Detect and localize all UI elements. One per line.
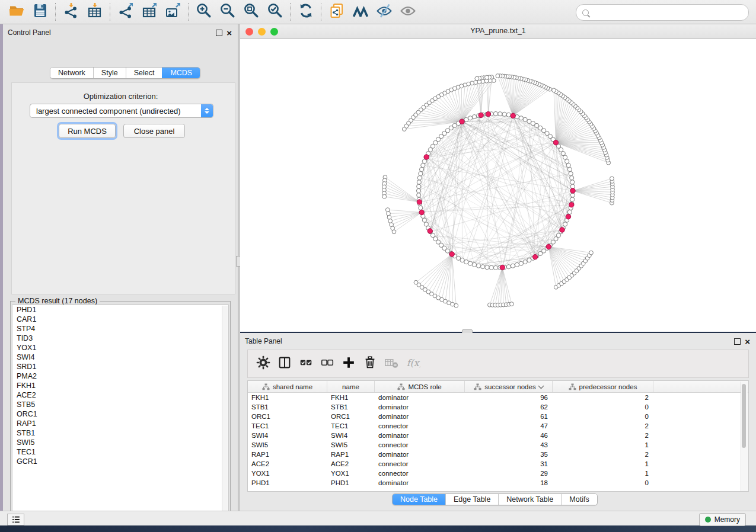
zoom-selected-button[interactable] [263, 2, 287, 22]
export-table-button[interactable] [138, 2, 161, 22]
cell-successor-nodes[interactable]: 46 [465, 432, 553, 439]
column-header-shared-name[interactable]: shared name [248, 381, 327, 392]
cell-successor-nodes[interactable]: 18 [465, 479, 553, 486]
cell-successor-nodes[interactable]: 35 [465, 451, 553, 458]
refresh-view-button[interactable] [294, 2, 318, 22]
cell-predecessor-nodes[interactable]: 0 [553, 413, 653, 420]
table-scrollbar[interactable] [741, 382, 748, 492]
close-panel-button[interactable]: × [227, 30, 232, 36]
cell-successor-nodes[interactable]: 61 [465, 413, 553, 420]
cell-predecessor-nodes[interactable]: 2 [553, 432, 653, 439]
cell-predecessor-nodes[interactable]: 2 [553, 394, 653, 401]
first-neighbors-button[interactable] [349, 2, 372, 22]
tab-mcds[interactable]: MCDS [162, 68, 200, 78]
table-row[interactable]: ORC1ORC1dominator610 [248, 412, 748, 421]
cell-predecessor-nodes[interactable]: 2 [553, 451, 653, 458]
run-mcds-button[interactable]: Run MCDS [59, 124, 116, 138]
cell-MCDS-role[interactable]: dominator [375, 403, 465, 411]
export-image-button[interactable] [161, 2, 185, 22]
save-session-button[interactable] [28, 2, 52, 22]
mcds-result-item[interactable]: ORC1 [12, 409, 228, 419]
table-row[interactable]: STB1STB1dominator620 [248, 402, 748, 412]
table-settings-button[interactable] [253, 353, 274, 374]
cell-successor-nodes[interactable]: 62 [465, 403, 553, 411]
table-row[interactable]: SWI4SWI4dominator462 [248, 431, 748, 440]
float-table-panel-button[interactable] [734, 338, 741, 345]
zoom-fit-button[interactable] [240, 2, 263, 22]
zoom-out-button[interactable] [216, 2, 240, 22]
table-row[interactable]: TEC1TEC1connector472 [248, 421, 748, 431]
cell-name[interactable]: RAP1 [327, 451, 375, 458]
column-header-successor-nodes[interactable]: successor nodes [465, 381, 553, 392]
select-all-rows-button[interactable] [295, 353, 317, 374]
mcds-result-item[interactable]: STP4 [12, 324, 228, 334]
cell-MCDS-role[interactable]: connector [375, 460, 465, 467]
toggle-columns-button[interactable] [274, 353, 295, 374]
column-header-predecessor-nodes[interactable]: predecessor nodes [553, 381, 653, 392]
cell-shared-name[interactable]: SWI4 [248, 432, 327, 439]
cell-name[interactable]: PHD1 [327, 479, 375, 486]
mcds-result-item[interactable]: TEC1 [12, 447, 228, 457]
cell-successor-nodes[interactable]: 43 [465, 441, 553, 448]
mcds-result-item[interactable]: CAR1 [12, 315, 228, 324]
column-header-name[interactable]: name [327, 381, 375, 392]
optimization-criterion-select[interactable]: largest connected component (undirected) [30, 104, 213, 118]
table-tab-node-table[interactable]: Node Table [393, 494, 445, 505]
tab-select[interactable]: Select [126, 68, 162, 78]
cell-name[interactable]: SWI4 [327, 432, 375, 439]
cell-name[interactable]: STB1 [327, 403, 375, 411]
cell-successor-nodes[interactable]: 31 [465, 460, 553, 467]
cell-shared-name[interactable]: ACE2 [248, 460, 327, 467]
mcds-result-item[interactable]: ACE2 [12, 390, 228, 400]
cell-name[interactable]: ORC1 [327, 413, 375, 420]
memory-button[interactable]: Memory [699, 513, 746, 526]
cell-name[interactable]: FKH1 [327, 394, 375, 401]
cell-MCDS-role[interactable]: dominator [375, 432, 465, 439]
export-network-button[interactable] [114, 2, 138, 22]
show-all-button[interactable] [396, 2, 420, 22]
table-row[interactable]: SWI5SWI5connector431 [248, 440, 748, 450]
table-row[interactable]: RAP1RAP1dominator352 [248, 450, 748, 459]
show-panels-menu-button[interactable] [7, 514, 24, 525]
table-row[interactable]: ACE2ACE2connector311 [248, 459, 748, 469]
network-graph[interactable] [240, 39, 756, 332]
cell-MCDS-role[interactable]: dominator [375, 479, 465, 486]
mcds-result-item[interactable]: PHD1 [12, 305, 228, 315]
cell-name[interactable]: ACE2 [327, 460, 375, 467]
zoom-in-button[interactable] [192, 2, 216, 22]
import-table-button[interactable] [83, 2, 107, 22]
table-row[interactable]: FKH1FKH1dominator962 [248, 393, 748, 402]
cell-MCDS-role[interactable]: connector [375, 422, 465, 430]
network-window-titlebar[interactable]: YPA_prune.txt_1 [240, 24, 756, 39]
table-tab-motifs[interactable]: Motifs [561, 494, 596, 505]
table-row[interactable]: YOX1YOX1connector291 [248, 469, 748, 478]
cell-successor-nodes[interactable]: 29 [465, 470, 553, 477]
cell-shared-name[interactable]: RAP1 [248, 451, 327, 458]
cell-name[interactable]: SWI5 [327, 441, 375, 448]
cell-MCDS-role[interactable]: dominator [375, 394, 465, 401]
clone-network-button[interactable] [325, 2, 349, 22]
cell-shared-name[interactable]: PHD1 [248, 479, 327, 486]
cell-name[interactable]: YOX1 [327, 470, 375, 477]
mcds-result-list[interactable]: PHD1CAR1STP4TID3YOX1SWI4SRD1PMA2FKH1ACE2… [12, 305, 229, 519]
cell-shared-name[interactable]: FKH1 [248, 394, 327, 401]
close-mcds-panel-button[interactable]: Close panel [123, 124, 185, 138]
mcds-result-item[interactable]: STB1 [12, 428, 228, 438]
cell-MCDS-role[interactable]: connector [375, 441, 465, 448]
table-tab-edge-table[interactable]: Edge Table [445, 494, 498, 505]
cell-shared-name[interactable]: TEC1 [248, 422, 327, 430]
search-input[interactable] [593, 6, 742, 19]
table-tab-network-table[interactable]: Network Table [498, 494, 561, 505]
table-row[interactable]: PHD1PHD1dominator180 [248, 478, 748, 488]
cell-predecessor-nodes[interactable]: 1 [553, 441, 653, 448]
cell-predecessor-nodes[interactable]: 2 [553, 422, 653, 430]
open-session-button[interactable] [5, 2, 28, 22]
cell-predecessor-nodes[interactable]: 1 [553, 470, 653, 477]
mcds-result-item[interactable]: TID3 [12, 334, 228, 343]
mcds-list-scrollbar[interactable] [222, 306, 228, 519]
cell-shared-name[interactable]: ORC1 [248, 413, 327, 420]
float-panel-button[interactable] [216, 30, 222, 36]
tab-style[interactable]: Style [93, 68, 126, 78]
cell-predecessor-nodes[interactable]: 0 [553, 403, 653, 411]
cell-shared-name[interactable]: STB1 [248, 403, 327, 411]
